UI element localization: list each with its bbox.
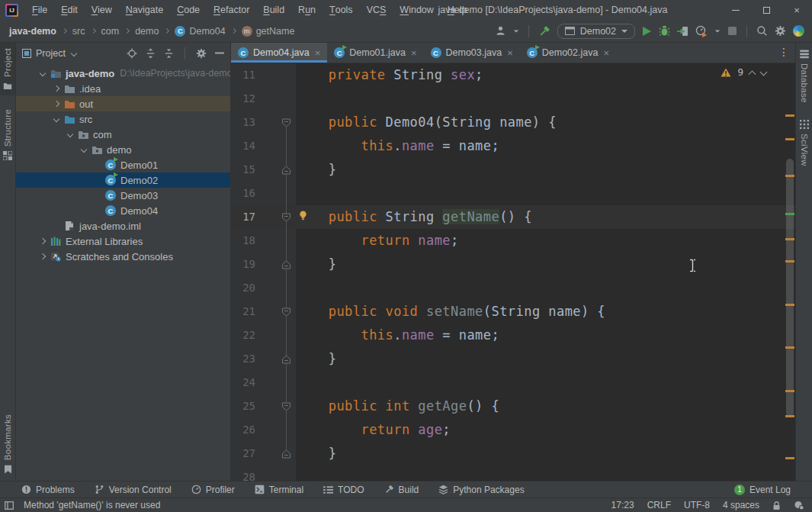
stripe-mark-warning[interactable] bbox=[785, 175, 794, 177]
code-line-17[interactable]: 17 public String getName() { bbox=[231, 205, 795, 229]
tree-item-demo[interactable]: demo bbox=[16, 142, 230, 157]
menu-item-file[interactable]: File bbox=[25, 0, 54, 20]
code-line-28[interactable]: 28 bbox=[231, 465, 795, 481]
user-profile-button[interactable] bbox=[495, 25, 506, 37]
tree-item-demo02[interactable]: CDemo02 bbox=[16, 172, 230, 188]
gutter-cell[interactable]: 12 bbox=[231, 87, 296, 111]
fold-start-icon[interactable] bbox=[281, 401, 291, 411]
profiler-button[interactable] bbox=[695, 25, 708, 37]
menu-item-view[interactable]: View bbox=[85, 0, 119, 20]
status-indent[interactable]: 4 spaces bbox=[723, 500, 759, 510]
stripe-mark-warning[interactable] bbox=[785, 238, 794, 240]
code-with-me-sphere-icon[interactable] bbox=[793, 25, 804, 37]
collapse-all-button[interactable] bbox=[164, 48, 174, 59]
code-line-12[interactable]: 12 bbox=[231, 87, 795, 111]
code-line-26[interactable]: 26 return age; bbox=[231, 418, 795, 442]
toolwindow-button-terminal[interactable]: Terminal bbox=[255, 485, 303, 495]
status-encoding[interactable]: UTF-8 bbox=[684, 500, 710, 510]
editor-scrollbar[interactable] bbox=[786, 159, 794, 417]
chevron-down-icon[interactable] bbox=[63, 132, 77, 137]
next-warning-chevron-icon[interactable] bbox=[760, 69, 768, 76]
menu-item-tools[interactable]: Tools bbox=[323, 0, 360, 20]
chevron-right-icon[interactable] bbox=[50, 101, 63, 106]
tab-options-icon[interactable]: ⋮ bbox=[778, 46, 789, 58]
breadcrumb-item-getname[interactable]: mgetName bbox=[242, 26, 295, 37]
tab-close-icon[interactable]: × bbox=[603, 47, 609, 59]
chevron-right-icon[interactable] bbox=[50, 86, 63, 91]
minimize-button[interactable] bbox=[721, 0, 751, 20]
code-line-19[interactable]: 19 } bbox=[231, 253, 795, 276]
tree-item-out[interactable]: out bbox=[16, 96, 230, 111]
tab-close-icon[interactable]: × bbox=[507, 47, 513, 59]
tab-demo03.java[interactable]: CDemo03.java× bbox=[424, 43, 520, 63]
tree-item-demo01[interactable]: CDemo01 bbox=[16, 157, 230, 172]
code-line-27[interactable]: 27 } bbox=[231, 442, 795, 465]
search-everywhere-button[interactable] bbox=[756, 25, 768, 37]
toolwindow-button-sciview[interactable]: SciView bbox=[796, 114, 812, 172]
tab-close-icon[interactable]: × bbox=[315, 47, 321, 59]
stripe-mark-warning[interactable] bbox=[785, 457, 794, 459]
toolwindow-switcher-icon[interactable] bbox=[5, 501, 14, 510]
menu-item-code[interactable]: Code bbox=[170, 0, 207, 20]
close-button[interactable]: × bbox=[782, 0, 812, 20]
toolwindow-button-profiler[interactable]: Profiler bbox=[191, 485, 235, 495]
toolwindow-button-problems[interactable]: Problems bbox=[21, 485, 75, 495]
fold-end-icon[interactable] bbox=[281, 165, 291, 175]
stripe-mark-green[interactable] bbox=[785, 213, 794, 215]
code-line-23[interactable]: 23 } bbox=[231, 347, 795, 371]
tree-item-demo03[interactable]: CDemo03 bbox=[16, 188, 230, 203]
expand-all-button[interactable] bbox=[146, 48, 156, 59]
stripe-mark-warning[interactable] bbox=[785, 114, 794, 117]
toolwindow-button-structure[interactable]: Structure bbox=[0, 104, 15, 166]
panel-settings-gear-button[interactable] bbox=[196, 48, 207, 59]
menu-item-edit[interactable]: Edit bbox=[54, 0, 85, 20]
tree-item-external-libraries[interactable]: External Libraries bbox=[16, 233, 230, 249]
toolwindow-button-build[interactable]: Build bbox=[384, 485, 419, 495]
chevron-right-icon[interactable] bbox=[36, 254, 50, 259]
chevron-down-icon[interactable] bbox=[77, 147, 91, 152]
tree-item-demo04[interactable]: CDemo04 bbox=[16, 203, 230, 218]
gutter-cell[interactable]: 11 bbox=[231, 63, 296, 87]
fold-end-icon[interactable] bbox=[281, 354, 291, 364]
previous-warning-chevron-icon[interactable] bbox=[749, 70, 756, 78]
code-line-11[interactable]: 11 private String sex; bbox=[231, 63, 795, 87]
highlighting-level-icon[interactable] bbox=[794, 501, 804, 510]
code-line-15[interactable]: 15 } bbox=[231, 158, 795, 182]
toolwindow-button-python-packages[interactable]: Python Packages bbox=[438, 485, 524, 495]
maximize-button[interactable] bbox=[751, 0, 782, 20]
fold-end-icon[interactable] bbox=[281, 449, 291, 459]
breadcrumb-item-com[interactable]: com bbox=[101, 26, 120, 37]
toolwindow-button-project[interactable]: Project bbox=[0, 43, 15, 95]
stripe-mark-warning[interactable] bbox=[785, 138, 794, 140]
breadcrumb-item-demo04[interactable]: CDemo04 bbox=[175, 26, 225, 37]
tree-item-scratches-and-consoles[interactable]: Scratches and Consoles bbox=[16, 249, 230, 264]
fold-start-icon[interactable] bbox=[281, 118, 291, 127]
menu-item-vcs[interactable]: VCS bbox=[360, 0, 393, 20]
stripe-mark-warning[interactable] bbox=[785, 260, 794, 262]
code-line-22[interactable]: 22 this.name = name; bbox=[231, 324, 795, 347]
toolwindow-button-version-control[interactable]: Version Control bbox=[95, 485, 172, 495]
fold-start-icon[interactable] bbox=[281, 307, 291, 317]
tab-close-icon[interactable]: × bbox=[411, 47, 417, 59]
event-log-button[interactable]: 1Event Log bbox=[734, 485, 791, 495]
tree-item-src[interactable]: src bbox=[16, 111, 230, 127]
stripe-mark-warning[interactable] bbox=[785, 415, 794, 417]
toolwindow-button-todo[interactable]: TODO bbox=[323, 485, 364, 495]
fold-start-icon[interactable] bbox=[281, 212, 291, 222]
chevron-down-icon[interactable] bbox=[71, 50, 77, 56]
chevron-down-icon[interactable] bbox=[50, 117, 63, 121]
tab-demo02.java[interactable]: CDemo02.java× bbox=[520, 43, 616, 63]
gutter-cell[interactable]: 28 bbox=[231, 465, 296, 481]
code-line-21[interactable]: 21 public void setName(String name) { bbox=[231, 300, 795, 324]
tab-demo01.java[interactable]: CDemo01.java× bbox=[327, 43, 423, 63]
breadcrumb-item-demo[interactable]: demo bbox=[135, 26, 159, 37]
code-line-16[interactable]: 16 bbox=[231, 182, 795, 205]
fold-end-icon[interactable] bbox=[281, 259, 291, 269]
locate-file-button[interactable] bbox=[127, 48, 137, 59]
tree-item--idea[interactable]: .idea bbox=[16, 81, 230, 96]
run-with-coverage-button[interactable] bbox=[677, 26, 688, 37]
stop-button[interactable] bbox=[727, 26, 737, 36]
stripe-mark-warning[interactable] bbox=[785, 304, 794, 306]
status-caret-position[interactable]: 17:23 bbox=[611, 500, 634, 510]
tab-demo04.java[interactable]: CDemo04.java× bbox=[231, 43, 327, 63]
